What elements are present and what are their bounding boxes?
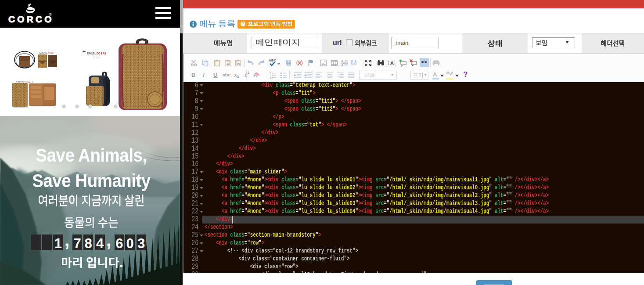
svg-text:3: 3	[270, 76, 271, 79]
svg-text:A: A	[227, 62, 229, 66]
svg-text:ABC: ABC	[269, 58, 277, 62]
svg-text:A: A	[390, 60, 394, 65]
svg-text:A: A	[341, 59, 343, 63]
svg-text:W: W	[237, 62, 240, 66]
svg-text:ab: ab	[446, 71, 450, 75]
